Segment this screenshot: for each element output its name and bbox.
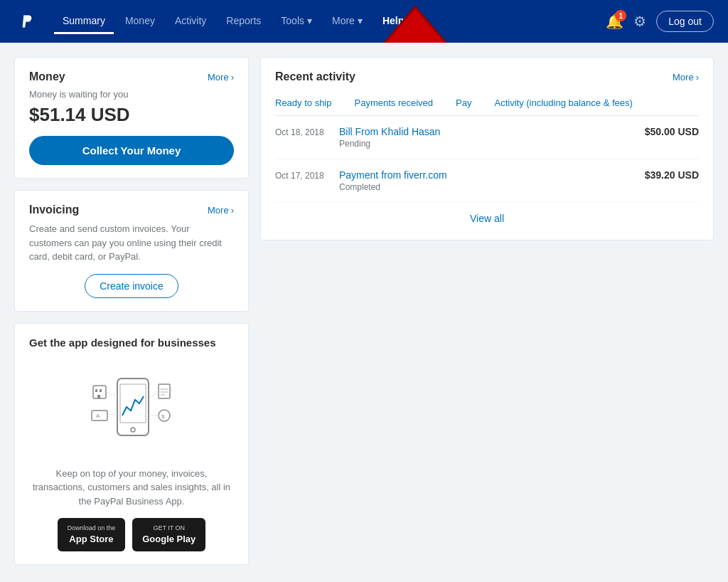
activity-row: Oct 17, 2018 Payment from fiverr.com Com… [275, 159, 699, 203]
main-content: Money More › Money is waiting for you $5… [0, 43, 728, 579]
balance-amount: $51.14 USD [29, 104, 234, 126]
nav-item-more[interactable]: More ▾ [323, 9, 371, 34]
googleplay-label: GET IT ON [153, 524, 185, 533]
chevron-right-icon: › [696, 72, 699, 83]
nav-item-activity[interactable]: Activity [166, 9, 215, 34]
invoicing-description: Create and send custom invoices. Your cu… [29, 222, 234, 264]
money-card: Money More › Money is waiting for you $5… [14, 57, 249, 179]
money-card-more[interactable]: More › [208, 72, 234, 83]
activity-card: Recent activity More › Ready to ship Pay… [260, 57, 714, 240]
activity-status-1: Pending [339, 139, 645, 149]
money-card-subtitle: Money is waiting for you [29, 89, 234, 100]
activity-amount-1: $50.00 USD [645, 126, 699, 137]
settings-button[interactable]: ⚙ [633, 13, 646, 30]
svg-point-4 [131, 428, 135, 432]
activity-info-2: Payment from fiverr.com Completed [339, 169, 645, 192]
svg-line-18 [149, 393, 159, 398]
activity-info-1: Bill From Khalid Hasan Pending [339, 126, 645, 149]
logout-button[interactable]: Log out [656, 11, 714, 32]
view-all-link[interactable]: View all [470, 213, 504, 224]
app-badges: Download on the App Store GET IT ON Goog… [29, 518, 234, 551]
paypal-logo [14, 9, 40, 34]
appstore-name: App Store [69, 533, 113, 546]
view-all: View all [275, 203, 699, 227]
activity-date-2: Oct 17, 2018 [275, 169, 339, 181]
appstore-button[interactable]: Download on the App Store [58, 518, 126, 551]
create-invoice-button[interactable]: Create invoice [85, 274, 178, 298]
svg-rect-7 [100, 389, 102, 392]
app-promo-description: Keep on top of your money, invoices, tra… [29, 467, 234, 509]
notification-badge: 1 [615, 10, 626, 21]
googleplay-name: Google Play [142, 533, 196, 546]
tab-payments-received[interactable]: Payments received [355, 93, 445, 115]
app-illustration: A $ [29, 357, 234, 457]
chevron-down-icon: ▾ [358, 15, 363, 26]
gear-icon: ⚙ [633, 14, 646, 29]
activity-header: Recent activity More › [275, 70, 699, 83]
svg-rect-9 [159, 384, 170, 398]
invoicing-card: Invoicing More › Create and send custom … [14, 190, 249, 312]
notification-button[interactable]: 🔔 1 [606, 13, 623, 30]
activity-amount-2: $39.20 USD [645, 169, 699, 181]
app-promo-title: Get the app designed for businesses [29, 337, 234, 349]
activity-name-1[interactable]: Bill From Khalid Hasan [339, 126, 645, 137]
navbar-right: 🔔 1 ⚙ Log out [606, 11, 714, 32]
svg-rect-8 [97, 395, 100, 398]
left-column: Money More › Money is waiting for you $5… [14, 57, 249, 565]
nav-item-help[interactable]: Help [374, 9, 412, 34]
money-card-title: Money [29, 70, 65, 83]
nav-item-money[interactable]: Money [117, 9, 164, 34]
nav-item-summary[interactable]: Summary [54, 9, 114, 34]
svg-rect-6 [95, 389, 97, 392]
invoicing-card-more[interactable]: More › [208, 205, 234, 216]
navbar: Summary Money Activity Reports Tools ▾ M… [0, 0, 728, 43]
svg-text:$: $ [161, 413, 165, 420]
tab-pay[interactable]: Pay [456, 93, 483, 115]
activity-title: Recent activity [275, 70, 355, 83]
chevron-right-icon: › [231, 72, 234, 83]
tab-ready-to-ship[interactable]: Ready to ship [275, 93, 343, 115]
nav-item-tools[interactable]: Tools ▾ [272, 9, 321, 34]
appstore-label: Download on the [68, 524, 116, 533]
invoicing-card-title: Invoicing [29, 203, 79, 216]
nav-item-reports[interactable]: Reports [218, 9, 269, 34]
activity-name-2[interactable]: Payment from fiverr.com [339, 169, 645, 181]
app-promo-card: Get the app designed for businesses [14, 323, 249, 565]
svg-line-17 [106, 392, 117, 396]
money-card-header: Money More › [29, 70, 234, 83]
activity-date-1: Oct 18, 2018 [275, 126, 339, 137]
chevron-right-icon: › [231, 205, 234, 216]
nav-menu: Summary Money Activity Reports Tools ▾ M… [54, 9, 606, 34]
tab-activity-fees[interactable]: Activity (including balance & fees) [494, 93, 643, 115]
googleplay-button[interactable]: GET IT ON Google Play [132, 518, 205, 551]
chevron-down-icon: ▾ [307, 15, 312, 26]
svg-text:A: A [96, 413, 100, 419]
activity-status-2: Completed [339, 182, 645, 192]
activity-row: Oct 18, 2018 Bill From Khalid Hasan Pend… [275, 116, 699, 159]
collect-money-button[interactable]: Collect Your Money [29, 136, 234, 165]
activity-tabs: Ready to ship Payments received Pay Acti… [275, 93, 699, 116]
activity-more[interactable]: More › [673, 72, 699, 83]
right-column: Recent activity More › Ready to ship Pay… [260, 57, 714, 565]
invoicing-card-header: Invoicing More › [29, 203, 234, 216]
